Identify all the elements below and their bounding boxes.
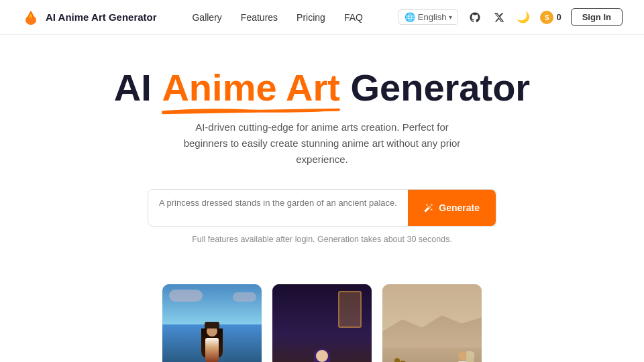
gallery-card-2: Girl Desert bbox=[382, 284, 482, 362]
nav-features[interactable]: Features bbox=[241, 12, 278, 23]
nav-gallery[interactable]: Gallery bbox=[192, 12, 221, 23]
credits-coin-icon: $ bbox=[540, 11, 553, 24]
svg-point-0 bbox=[25, 15, 36, 25]
gallery-preview: Girl Sea Girl Magic bbox=[0, 284, 644, 362]
generate-button[interactable]: Generate bbox=[408, 190, 496, 226]
hero-section: AI Anime Art Generator AI-driven cutting… bbox=[0, 35, 644, 284]
generate-note: Full features available after login. Gen… bbox=[13, 235, 631, 244]
github-icon[interactable] bbox=[468, 10, 482, 25]
lang-selector[interactable]: 🌐 English ▾ bbox=[398, 9, 459, 25]
nav-right: 🌐 English ▾ 🌙 $ 0 Sign In bbox=[398, 8, 623, 26]
nav-pricing[interactable]: Pricing bbox=[297, 12, 325, 23]
hero-title-anime-art: Anime Art bbox=[162, 67, 340, 109]
dark-mode-icon[interactable]: 🌙 bbox=[516, 10, 531, 25]
nav-logo[interactable]: AI Anime Art Generator bbox=[21, 8, 157, 27]
wand-icon bbox=[424, 203, 433, 213]
logo-icon bbox=[21, 8, 40, 27]
gallery-card-0: Girl Sea bbox=[162, 284, 262, 362]
credits-count: 0 bbox=[556, 12, 561, 22]
navbar: AI Anime Art Generator Gallery Features … bbox=[0, 0, 644, 35]
hero-title: AI Anime Art Generator bbox=[13, 67, 631, 109]
generate-form: Generate bbox=[148, 189, 496, 227]
nav-links: Gallery Features Pricing FAQ bbox=[192, 12, 362, 23]
twitter-icon[interactable] bbox=[492, 10, 506, 25]
logo-text: AI Anime Art Generator bbox=[46, 11, 157, 23]
nav-faq[interactable]: FAQ bbox=[344, 12, 363, 23]
chevron-down-icon: ▾ bbox=[449, 13, 452, 21]
hero-title-generator: Generator bbox=[340, 66, 530, 109]
hero-title-ai: AI bbox=[114, 66, 162, 109]
prompt-input[interactable] bbox=[148, 190, 408, 226]
gallery-card-1: Girl Magic bbox=[272, 284, 372, 362]
signin-button[interactable]: Sign In bbox=[571, 8, 623, 26]
lang-label: English bbox=[418, 12, 447, 22]
title-underline bbox=[162, 107, 340, 114]
credits-display: $ 0 bbox=[540, 11, 561, 24]
hero-subtitle: AI-driven cutting-edge for anime arts cr… bbox=[181, 119, 463, 168]
